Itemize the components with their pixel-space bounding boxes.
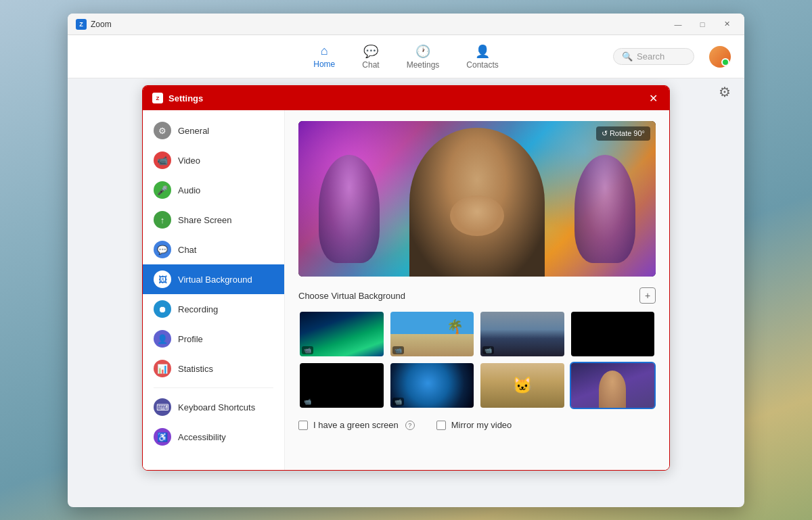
tab-chat[interactable]: 💬 Chat <box>348 39 392 75</box>
minimize-button[interactable]: — <box>669 18 687 31</box>
app-logo: Z <box>76 19 87 30</box>
mirror-option: Mirror my video <box>436 420 512 430</box>
home-icon: ⌂ <box>321 44 328 58</box>
settings-close-button[interactable]: ✕ <box>646 91 660 105</box>
chat-icon: 💬 <box>363 44 378 59</box>
sidebar-item-keyboard-shortcuts[interactable]: ⌨ Keyboard Shortcuts <box>143 392 284 422</box>
bg-thumb-city[interactable]: 📹 <box>479 310 566 358</box>
video-indicator-1: 📹 <box>302 346 313 354</box>
sidebar-item-profile[interactable]: 👤 Profile <box>143 324 284 354</box>
bg-thumb-person[interactable] <box>570 362 656 409</box>
profile-icon: 👤 <box>154 330 171 348</box>
virtual-background-icon: 🖼 <box>154 270 171 288</box>
add-background-button[interactable]: + <box>639 287 656 304</box>
bg-thumb-black2[interactable]: 📹 <box>298 362 385 409</box>
titlebar: Z Zoom — □ ✕ <box>68 14 744 35</box>
sidebar-item-accessibility[interactable]: ♿ Accessibility <box>143 422 284 452</box>
video-preview: ↺ Rotate 90° <box>298 121 656 277</box>
settings-logo: Z <box>152 93 163 103</box>
share-screen-icon: ↑ <box>154 211 171 229</box>
bg-thumb-earth[interactable]: 📹 <box>389 362 476 409</box>
recording-icon: ⏺ <box>154 300 171 318</box>
navbar: ⌂ Home 💬 Chat 🕐 Meetings 👤 Contacts 🔍 Se… <box>68 35 744 78</box>
statistics-icon: 📊 <box>154 360 171 377</box>
settings-content-panel: ↺ Rotate 90° Choose Virtual Background +… <box>285 110 669 470</box>
bg-thumb-cat[interactable]: 🐱 <box>479 362 566 409</box>
settings-sidebar: ⚙ General 📹 Video 🎤 Audio ↑ Share Screen <box>143 110 285 470</box>
settings-body: ⚙ General 📹 Video 🎤 Audio ↑ Share Screen <box>143 110 669 470</box>
bg-grid-container: 📹 📹 📹 <box>298 310 656 409</box>
avatar[interactable] <box>709 46 731 68</box>
chat-nav-icon: 💬 <box>154 241 171 258</box>
video-icon: 📹 <box>154 151 171 169</box>
video-indicator-4: 📹 <box>302 398 313 406</box>
options-row: I have a green screen ? Mirror my video <box>298 420 656 430</box>
contacts-icon: 👤 <box>475 44 490 59</box>
bg-grid: 📹 📹 📹 <box>298 310 656 409</box>
sidebar-item-virtual-background[interactable]: 🖼 Virtual Background <box>143 264 284 294</box>
sidebar-item-recording[interactable]: ⏺ Recording <box>143 294 284 324</box>
audio-icon: 🎤 <box>154 181 171 199</box>
bg-thumb-aurora[interactable]: 📹 <box>298 310 385 358</box>
maximize-button[interactable]: □ <box>693 18 712 31</box>
tab-contacts[interactable]: 👤 Contacts <box>453 39 512 75</box>
sidebar-item-audio[interactable]: 🎤 Audio <box>143 175 284 205</box>
settings-header: Z Settings ✕ <box>143 86 669 110</box>
sidebar-item-video[interactable]: 📹 Video <box>143 145 284 175</box>
sidebar-item-share-screen[interactable]: ↑ Share Screen <box>143 205 284 235</box>
choose-bg-label: Choose Virtual Background <box>298 291 405 301</box>
video-indicator-2: 📹 <box>392 346 404 354</box>
mirror-checkbox[interactable] <box>436 421 446 430</box>
general-icon: ⚙ <box>154 122 171 139</box>
nav-tabs: ⌂ Home 💬 Chat 🕐 Meetings 👤 Contacts <box>300 39 512 75</box>
rotate-button[interactable]: ↺ Rotate 90° <box>596 126 650 141</box>
keyboard-icon: ⌨ <box>154 398 171 416</box>
cat-preview: 🐱 <box>480 363 564 408</box>
green-screen-checkbox[interactable] <box>298 421 308 430</box>
app-title: Zoom <box>91 20 669 29</box>
accessibility-icon: ♿ <box>154 428 171 446</box>
sidebar-item-chat[interactable]: 💬 Chat <box>143 235 284 264</box>
sidebar-item-general[interactable]: ⚙ General <box>143 116 284 145</box>
search-icon: 🔍 <box>622 51 633 62</box>
video-indicator-5: 📹 <box>392 398 404 406</box>
tab-meetings[interactable]: 🕐 Meetings <box>393 39 453 75</box>
app-window: Z Zoom — □ ✕ ⌂ Home 💬 Chat 🕐 Meetings 👤 <box>68 14 744 507</box>
sidebar-separator <box>154 387 273 388</box>
bg-thumb-beach[interactable]: 📹 <box>389 310 476 358</box>
main-content: ⚙ Z Settings ✕ ⚙ General 📹 <box>68 78 744 507</box>
bg-thumb-black1[interactable] <box>570 310 656 358</box>
video-indicator-3: 📹 <box>482 346 494 354</box>
search-bar[interactable]: 🔍 Search <box>613 48 694 65</box>
person-preview <box>571 363 655 408</box>
bg-selector-header: Choose Virtual Background + <box>298 287 656 304</box>
window-controls: — □ ✕ <box>669 18 736 31</box>
green-screen-option: I have a green screen ? <box>298 420 415 430</box>
meetings-icon: 🕐 <box>415 44 430 59</box>
sidebar-item-statistics[interactable]: 📊 Statistics <box>143 354 284 383</box>
mirror-label: Mirror my video <box>451 420 512 430</box>
tab-home[interactable]: ⌂ Home <box>300 39 348 75</box>
close-button[interactable]: ✕ <box>717 18 736 31</box>
green-screen-label: I have a green screen <box>313 420 399 430</box>
black-preview-1 <box>571 312 655 356</box>
settings-dialog: Z Settings ✕ ⚙ General 📹 Video <box>142 85 670 471</box>
settings-title: Settings <box>168 93 646 103</box>
gear-button[interactable]: ⚙ <box>719 84 731 100</box>
green-screen-help[interactable]: ? <box>405 421 415 430</box>
